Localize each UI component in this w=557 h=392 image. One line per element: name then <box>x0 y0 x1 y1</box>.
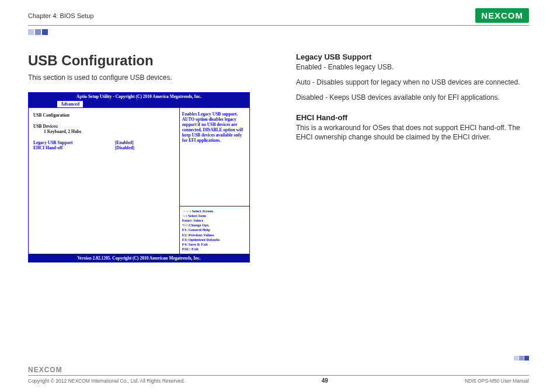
bios-option-value: [Disabled] <box>115 145 134 150</box>
bios-key: ESC: Exit <box>182 247 247 251</box>
bios-key: Enter: Select <box>182 218 247 223</box>
bios-key: F4: Save & Exit <box>182 242 247 247</box>
section-head-ehci: EHCI Hand-off <box>296 113 529 122</box>
copyright-text: Copyright © 2012 NEXCOM International Co… <box>28 378 184 384</box>
bios-option-label: EHCI Hand-off <box>33 145 115 150</box>
bios-screenshot: Aptio Setup Utility - Copyright (C) 2010… <box>28 92 250 262</box>
chapter-title: Chapter 4: BIOS Setup <box>28 12 94 19</box>
section-head-legacy-usb: Legacy USB Support <box>296 52 529 61</box>
section-text: Enabled - Enables legacy USB. <box>296 62 529 72</box>
bios-option-value: [Enabled] <box>115 140 134 145</box>
decorative-squares <box>28 29 529 35</box>
bios-option-label: Legacy USB Support <box>33 140 115 145</box>
bios-key: ↑↓: Select Item <box>182 214 247 218</box>
bios-key: +/-: Change Opt. <box>182 223 247 228</box>
nexcom-logo-top: NEXCOM <box>475 8 529 23</box>
header-divider <box>28 25 529 26</box>
bios-section-title: USB Configuration <box>33 113 176 118</box>
bios-devices-label: USB Devices: <box>33 124 176 129</box>
page-number: 49 <box>322 377 328 384</box>
section-text: Disabled - Keeps USB devices available o… <box>296 93 529 102</box>
page-heading: USB Configuration <box>28 52 273 69</box>
bios-tab-advanced: Advanced <box>57 100 83 107</box>
bios-key: F3: Optimized Defaults <box>182 237 247 242</box>
bios-titlebar: Aptio Setup Utility - Copyright (C) 2010… <box>29 93 249 100</box>
bios-left-pane: USB Configuration USB Devices: 1 Keyboar… <box>29 108 180 254</box>
bios-tab-row: Advanced <box>29 100 249 107</box>
manual-name: NDiS OPS-M50 User Manual <box>465 378 529 384</box>
bios-key: →←: Select Screen <box>182 209 247 214</box>
bios-devices-value: 1 Keyboard, 2 Hubs <box>33 129 176 134</box>
bios-footer: Version 2.02.1205. Copyright (C) 2010 Am… <box>29 254 249 262</box>
section-text: This is a workaround for OSes that does … <box>296 123 529 142</box>
bios-key-legend: →←: Select Screen ↑↓: Select Item Enter:… <box>180 206 249 254</box>
intro-text: This section is used to configure USB de… <box>28 74 273 82</box>
footer-divider <box>28 375 529 376</box>
footer-deco-squares <box>514 356 529 360</box>
bios-help-text: Enables Legacy USB support. AUTO option … <box>180 108 249 206</box>
nexcom-logo-bottom: NEXCOM <box>28 366 62 374</box>
bios-right-pane: Enables Legacy USB support. AUTO option … <box>180 108 249 254</box>
bios-key: F1: General Help <box>182 228 247 232</box>
bios-key: F2: Previous Values <box>182 233 247 237</box>
section-text: Auto - Disables support for legacy when … <box>296 78 529 87</box>
